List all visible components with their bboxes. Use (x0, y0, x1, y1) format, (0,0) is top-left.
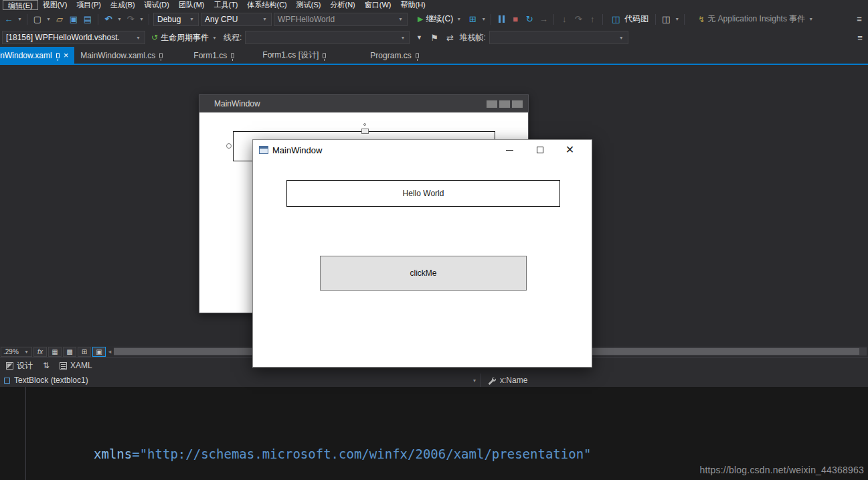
lifecycle-events-button[interactable]: ↺ 生命周期事件 ▾ (149, 32, 220, 44)
pin-icon[interactable] (323, 53, 326, 58)
property-quick-edit[interactable]: x:Name (481, 376, 534, 385)
xaml-code-editor[interactable]: xmlns="http://schemas.microsoft.com/winf… (0, 387, 868, 480)
toolbar-options-icon[interactable]: ≡ (853, 13, 865, 25)
menu-window[interactable]: 窗口(W) (360, 0, 396, 10)
menu-help[interactable]: 帮助(H) (396, 0, 430, 10)
xaml-view-tab[interactable]: XAML (54, 357, 98, 374)
menu-view[interactable]: 视图(V) (38, 0, 72, 10)
filter-icon[interactable]: ▼ (413, 31, 425, 44)
zoom-select[interactable]: .29% ▾ (1, 347, 32, 357)
redo-dropdown-icon[interactable]: ▾ (139, 16, 145, 22)
element-breadcrumb-select[interactable]: TextBlock (textbloc1) ▾ (0, 374, 481, 387)
menu-analyze[interactable]: 分析(N) (325, 0, 359, 10)
wrench-icon (487, 376, 496, 385)
selection-anchor-top[interactable] (361, 129, 369, 134)
design-view-tab[interactable]: 设计 (0, 357, 39, 374)
menu-debug[interactable]: 调试(D) (140, 0, 174, 10)
step-over-icon[interactable]: ↷ (572, 13, 584, 25)
chevron-down-icon: ▾ (808, 16, 814, 22)
attach-dropdown-icon[interactable]: ▾ (481, 16, 487, 22)
maximize-button[interactable] (525, 140, 555, 160)
menu-project[interactable]: 项目(P) (72, 0, 106, 10)
menu-architecture[interactable]: 体系结构(C) (243, 0, 292, 10)
stop-debugging-icon[interactable]: ■ (509, 13, 521, 25)
app-insights-button[interactable]: ↯ 无 Application Insights 事件 ▾ (695, 13, 816, 25)
separator (655, 14, 656, 25)
code-map-button[interactable]: ◫ 代码图 (607, 13, 651, 25)
code-map-icon: ◫ (610, 13, 622, 25)
lifecycle-label: 生命周期事件 (161, 32, 209, 44)
menu-edit[interactable]: 编辑(E) (3, 0, 38, 10)
toolbar-overflow-icon[interactable]: ≡ (854, 31, 866, 44)
effects-toggle-button[interactable]: fx (33, 347, 47, 357)
open-file-icon[interactable]: ▱ (54, 13, 66, 25)
tab-program-cs[interactable]: Program.cs (364, 47, 424, 64)
pin-icon[interactable] (416, 53, 419, 58)
startup-project-select[interactable]: WPFHelloWorld▾ (274, 13, 408, 26)
lightning-icon: ↯ (698, 15, 705, 24)
navigate-dropdown-icon[interactable]: ▾ (17, 16, 23, 22)
snap-to-snaplines-button[interactable]: ▣ (92, 347, 106, 357)
menu-tools[interactable]: 工具(T) (209, 0, 242, 10)
menu-team[interactable]: 团队(M) (174, 0, 209, 10)
step-into-icon[interactable]: ↓ (558, 13, 570, 25)
tab-label: ainWindow.xaml (0, 51, 52, 60)
layers-icon[interactable]: ◫ (660, 13, 672, 25)
selection-anchor-dot[interactable] (363, 123, 366, 126)
tab-mainwindow-xaml[interactable]: ainWindow.xaml × (0, 47, 74, 64)
minimize-button[interactable] (495, 140, 525, 160)
debug-location-toolbar: [18156] WPFHelloWorld.vshost.▾ ↺ 生命周期事件 … (0, 28, 868, 47)
pin-icon[interactable] (159, 53, 163, 58)
solution-platforms-select[interactable]: Any CPU▾ (201, 13, 272, 26)
continue-button[interactable]: ▶ 继续(C) ▾ (415, 13, 464, 25)
navigate-back-icon[interactable]: ← (3, 13, 15, 25)
show-next-statement-icon[interactable]: → (537, 13, 549, 25)
save-all-icon[interactable]: ▤ (82, 13, 94, 25)
selection-anchor-left[interactable] (226, 143, 232, 149)
solution-configurations-select[interactable]: Debug▾ (153, 13, 199, 26)
attach-process-icon[interactable]: ⊞ (466, 13, 479, 25)
tab-form1-cs[interactable]: Form1.cs (187, 47, 240, 64)
close-button[interactable]: ✕ (555, 140, 585, 160)
design-view-label: 设计 (17, 360, 33, 372)
swap-threads-icon[interactable]: ⇄ (444, 31, 456, 44)
new-file-icon[interactable]: ▢ (31, 13, 44, 25)
app-titlebar[interactable]: MainWindow ✕ (253, 140, 592, 160)
minimize-icon (487, 100, 497, 108)
scroll-left-icon[interactable]: ◂ (106, 348, 114, 355)
undo-dropdown-icon[interactable]: ▾ (116, 16, 122, 22)
step-out-icon[interactable]: ↑ (586, 13, 598, 25)
layers-dropdown-icon[interactable]: ▾ (674, 16, 680, 22)
new-file-dropdown-icon[interactable]: ▾ (46, 16, 52, 22)
process-select[interactable]: [18156] WPFHelloWorld.vshost.▾ (2, 31, 145, 44)
tab-label: MainWindow.xaml.cs (80, 51, 155, 60)
clickme-button[interactable]: clickMe (320, 256, 527, 291)
undo-icon[interactable]: ↶ (102, 13, 114, 25)
watermark: https://blog.csdn.net/weixin_44368963 (699, 461, 864, 479)
stack-frame-select[interactable]: ▾ (489, 31, 628, 44)
close-icon (512, 100, 523, 108)
break-all-icon[interactable] (495, 13, 507, 25)
restart-icon[interactable]: ↻ (523, 13, 535, 25)
show-snap-grid-button[interactable]: ▦ (48, 347, 62, 357)
snapline-toggle-button[interactable]: ⊞ (78, 347, 91, 357)
document-outline-bar: TextBlock (textbloc1) ▾ x:Name (0, 374, 868, 387)
tab-mainwindow-xaml-cs[interactable]: MainWindow.xaml.cs (74, 47, 169, 64)
outline-guide-line[interactable] (25, 387, 26, 480)
startup-project-value: WPFHelloWorld (278, 15, 335, 24)
swap-panes-button[interactable]: ⇅ (39, 361, 54, 370)
pin-icon[interactable] (231, 53, 234, 58)
wpf-app-window[interactable]: MainWindow ✕ Hello World clickMe (252, 139, 592, 368)
close-icon[interactable]: × (64, 51, 69, 60)
tab-form1-cs-design[interactable]: Form1.cs [设计] (256, 47, 332, 64)
flag-icon[interactable]: ⚑ (428, 31, 440, 44)
menu-test[interactable]: 测试(S) (292, 0, 326, 10)
maximize-icon (499, 100, 510, 108)
thread-select[interactable]: ▾ (245, 31, 410, 44)
designer-window-title: MainWindow (214, 99, 260, 108)
redo-icon[interactable]: ↷ (124, 13, 137, 25)
pin-icon[interactable] (56, 53, 60, 58)
menu-build[interactable]: 生成(B) (106, 0, 140, 10)
save-icon[interactable]: ▣ (68, 13, 80, 25)
snap-to-grid-button[interactable]: ▩ (63, 347, 76, 357)
